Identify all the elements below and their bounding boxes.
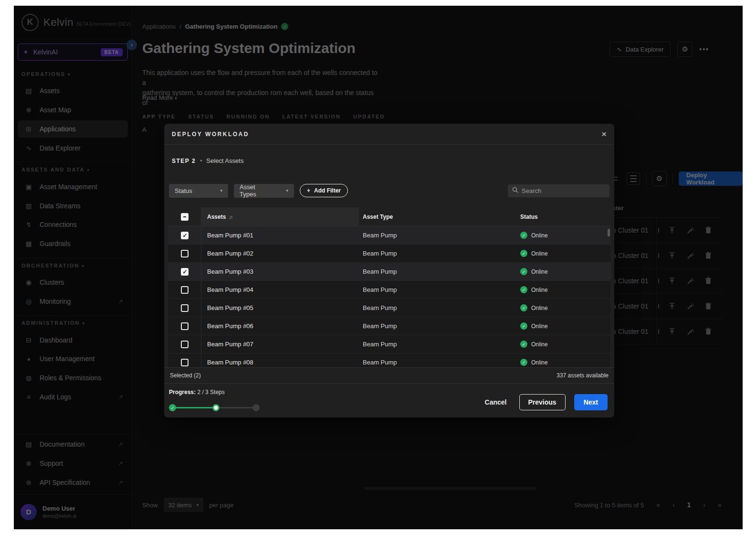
search-input[interactable] xyxy=(522,187,605,194)
assets-column-header[interactable]: Assets↓↑ xyxy=(201,207,359,226)
online-status-icon: ✓ xyxy=(520,286,527,293)
assets-table-header: Assets↓↑ Asset Type Status xyxy=(168,207,610,226)
row-checkbox[interactable] xyxy=(181,304,189,312)
row-checkbox[interactable] xyxy=(181,232,189,239)
vertical-scrollbar[interactable] xyxy=(608,229,610,236)
plus-icon: + xyxy=(307,187,310,194)
asset-row[interactable]: Beam Pump #03 Beam Pump ✓Online xyxy=(168,263,610,281)
status-column-header: Status xyxy=(516,214,610,220)
deploy-workload-modal: DEPLOY WORKLOAD × STEP 2 • Select Assets… xyxy=(164,124,614,417)
online-status-icon: ✓ xyxy=(520,341,527,348)
modal-footer: Progress: 2 / 3 Steps ✓ Cancel Previous … xyxy=(164,383,614,417)
asset-row[interactable]: Beam Pump #02 Beam Pump ✓Online xyxy=(168,245,610,263)
asset-type-column-header: Asset Type xyxy=(359,214,516,220)
selected-count: Selected (2) xyxy=(170,372,201,379)
row-checkbox[interactable] xyxy=(181,250,189,257)
asset-row[interactable]: Beam Pump #05 Beam Pump ✓Online xyxy=(168,299,610,317)
row-checkbox[interactable] xyxy=(181,341,189,348)
online-status-icon: ✓ xyxy=(520,250,527,257)
online-status-icon: ✓ xyxy=(520,359,527,366)
search-box[interactable] xyxy=(508,184,609,197)
progress-label: Progress: 2 / 3 Steps xyxy=(169,389,225,396)
online-status-icon: ✓ xyxy=(520,304,527,311)
search-icon xyxy=(512,186,518,195)
row-checkbox[interactable] xyxy=(181,286,189,294)
row-checkbox[interactable] xyxy=(181,359,189,366)
assets-available-count: 337 assets available xyxy=(556,372,609,379)
step-indicator: STEP 2 • Select Assets xyxy=(172,157,243,164)
app-window: K Kelvin BETA Environment (DEV) ✦ Kelvin… xyxy=(14,6,743,529)
assets-table: Assets↓↑ Asset Type Status Beam Pump #01… xyxy=(168,207,610,367)
chevron-down-icon: ▾ xyxy=(207,188,222,193)
asset-row[interactable]: Beam Pump #06 Beam Pump ✓Online xyxy=(168,317,610,335)
previous-button[interactable]: Previous xyxy=(519,394,566,410)
next-button[interactable]: Next xyxy=(574,394,608,410)
row-checkbox[interactable] xyxy=(181,268,189,276)
add-filter-button[interactable]: +Add Filter xyxy=(300,184,348,197)
step-1-complete-icon: ✓ xyxy=(169,404,176,411)
select-all-checkbox[interactable] xyxy=(181,213,189,221)
online-status-icon: ✓ xyxy=(520,232,527,239)
modal-header: DEPLOY WORKLOAD × xyxy=(164,124,614,145)
filter-bar: Status▾ Asset Types▾ +Add Filter xyxy=(169,183,609,198)
asset-row[interactable]: Beam Pump #07 Beam Pump ✓Online xyxy=(168,335,610,353)
chevron-down-icon: ▾ xyxy=(273,188,288,193)
close-icon[interactable]: × xyxy=(601,129,607,139)
asset-types-filter-dropdown[interactable]: Asset Types▾ xyxy=(234,184,294,198)
online-status-icon: ✓ xyxy=(520,322,527,330)
asset-row[interactable]: Beam Pump #08 Beam Pump ✓Online xyxy=(168,353,610,367)
selection-summary-bar: Selected (2) 337 assets available xyxy=(164,367,614,383)
step-3-pending-icon xyxy=(252,404,260,411)
online-status-icon: ✓ xyxy=(520,268,527,275)
row-checkbox[interactable] xyxy=(181,322,189,330)
progress-stepper: ✓ xyxy=(169,404,260,411)
asset-row[interactable]: Beam Pump #04 Beam Pump ✓Online xyxy=(168,281,610,299)
sort-icon[interactable]: ↓↑ xyxy=(229,214,232,220)
cancel-button[interactable]: Cancel xyxy=(481,398,511,406)
asset-row[interactable]: Beam Pump #01 Beam Pump ✓Online xyxy=(168,226,610,245)
modal-title: DEPLOY WORKLOAD xyxy=(172,131,249,138)
status-filter-dropdown[interactable]: Status▾ xyxy=(169,184,228,198)
step-2-current-icon xyxy=(212,404,220,411)
